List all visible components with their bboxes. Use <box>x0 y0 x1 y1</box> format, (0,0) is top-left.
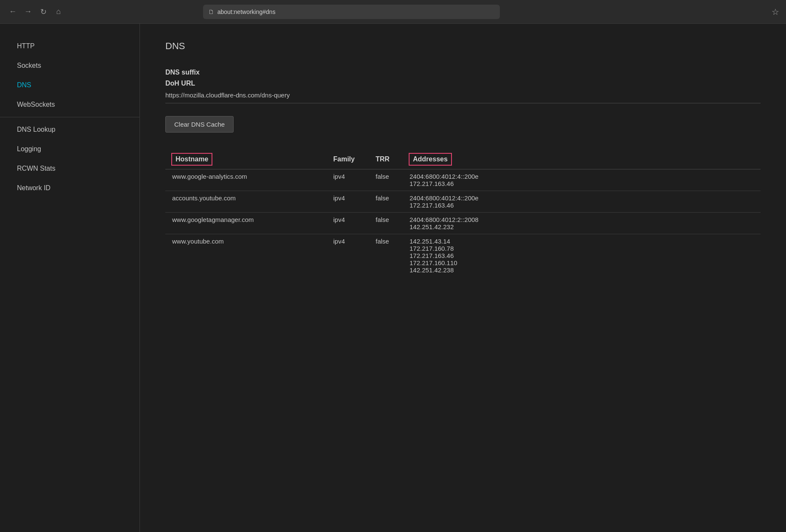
nav-buttons: ← → ↻ ⌂ <box>7 6 64 18</box>
cell-family: ipv4 <box>326 169 369 191</box>
page-layout: HTTP Sockets DNS WebSockets DNS Lookup L… <box>0 24 786 532</box>
table-row: accounts.youtube.comipv4false2404:6800:4… <box>165 191 761 213</box>
address-bar[interactable]: 🗋 about:networking#dns <box>203 5 500 19</box>
cell-hostname: www.google-analytics.com <box>165 169 326 191</box>
sidebar-item-sockets[interactable]: Sockets <box>0 56 139 75</box>
cell-hostname: accounts.youtube.com <box>165 191 326 213</box>
page-icon: 🗋 <box>208 8 214 15</box>
cell-trr: false <box>369 169 403 191</box>
home-button[interactable]: ⌂ <box>53 6 64 18</box>
table-header-row: Hostname Family TRR Addresses <box>165 150 761 169</box>
cell-addresses: 2404:6800:4012:4::200e 172.217.163.46 <box>403 169 761 191</box>
sidebar: HTTP Sockets DNS WebSockets DNS Lookup L… <box>0 24 140 532</box>
cell-family: ipv4 <box>326 191 369 213</box>
table-row: www.youtube.comipv4false142.251.43.14 17… <box>165 234 761 277</box>
doh-url-value: https://mozilla.cloudflare-dns.com/dns-q… <box>165 91 761 103</box>
cell-addresses: 2404:6800:4012:2::2008 142.251.42.232 <box>403 213 761 234</box>
doh-url-label: DoH URL <box>165 80 761 87</box>
hostname-header-label: Hostname <box>172 154 212 165</box>
browser-chrome: ← → ↻ ⌂ 🗋 about:networking#dns ☆ <box>0 0 786 24</box>
dns-table-body: www.google-analytics.comipv4false2404:68… <box>165 169 761 277</box>
sidebar-item-rcwn-stats[interactable]: RCWN Stats <box>0 159 139 178</box>
col-header-hostname: Hostname <box>165 150 326 169</box>
cell-addresses: 142.251.43.14 172.217.160.78 172.217.163… <box>403 234 761 277</box>
sidebar-item-dns-lookup[interactable]: DNS Lookup <box>0 120 139 139</box>
cell-trr: false <box>369 191 403 213</box>
reload-button[interactable]: ↻ <box>37 6 49 18</box>
sidebar-item-logging[interactable]: Logging <box>0 139 139 159</box>
doh-url-section: DoH URL https://mozilla.cloudflare-dns.c… <box>165 80 761 103</box>
url-display: about:networking#dns <box>217 8 276 15</box>
dns-suffix-section: DNS suffix <box>165 69 761 76</box>
addresses-header-label: Addresses <box>410 154 451 165</box>
col-header-family: Family <box>326 150 369 169</box>
col-header-addresses: Addresses <box>403 150 761 169</box>
cell-hostname: www.googletagmanager.com <box>165 213 326 234</box>
table-row: www.googletagmanager.comipv4false2404:68… <box>165 213 761 234</box>
dns-table: Hostname Family TRR Addresses www.google… <box>165 150 761 277</box>
main-content: DNS DNS suffix DoH URL https://mozilla.c… <box>140 24 786 532</box>
sidebar-item-http[interactable]: HTTP <box>0 36 139 56</box>
clear-dns-cache-button[interactable]: Clear DNS Cache <box>165 116 234 133</box>
cell-trr: false <box>369 213 403 234</box>
cell-hostname: www.youtube.com <box>165 234 326 277</box>
sidebar-item-websockets[interactable]: WebSockets <box>0 95 139 114</box>
cell-family: ipv4 <box>326 234 369 277</box>
bookmark-button[interactable]: ☆ <box>772 7 779 17</box>
page-title: DNS <box>165 41 761 52</box>
forward-button[interactable]: → <box>22 6 34 18</box>
dns-suffix-label: DNS suffix <box>165 69 761 76</box>
sidebar-item-dns[interactable]: DNS <box>0 75 139 95</box>
cell-family: ipv4 <box>326 213 369 234</box>
sidebar-divider <box>0 117 139 117</box>
sidebar-item-network-id[interactable]: Network ID <box>0 178 139 198</box>
col-header-trr: TRR <box>369 150 403 169</box>
cell-trr: false <box>369 234 403 277</box>
cell-addresses: 2404:6800:4012:4::200e 172.217.163.46 <box>403 191 761 213</box>
back-button[interactable]: ← <box>7 6 19 18</box>
table-row: www.google-analytics.comipv4false2404:68… <box>165 169 761 191</box>
